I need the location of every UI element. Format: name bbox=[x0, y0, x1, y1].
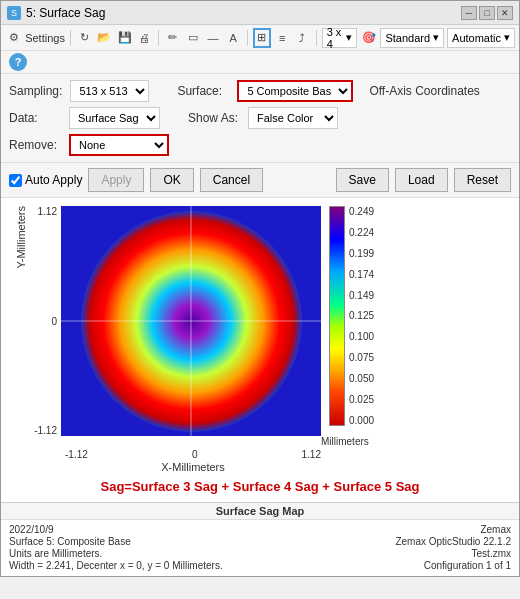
automatic-dropdown[interactable]: Automatic ▾ bbox=[447, 28, 515, 48]
settings-label: Settings bbox=[25, 32, 65, 44]
chevron-down-icon: ▾ bbox=[346, 31, 352, 44]
footer-left: 2022/10/9 Surface 5: Composite Base Unit… bbox=[9, 524, 223, 572]
pen-button[interactable]: ✏ bbox=[164, 28, 181, 48]
footer-body: 2022/10/9 Surface 5: Composite Base Unit… bbox=[1, 520, 519, 576]
help-button[interactable]: ? bbox=[9, 53, 27, 71]
colorbar-wrapper: 0.249 0.224 0.199 0.174 0.149 0.125 0.10… bbox=[329, 206, 374, 426]
footer-units: Units are Millimeters. bbox=[9, 548, 223, 559]
rect-icon: ▭ bbox=[188, 31, 198, 44]
grid-size-dropdown[interactable]: 3 x 4 ▾ bbox=[322, 28, 358, 48]
y-tick-mid: 0 bbox=[29, 316, 57, 327]
target-button[interactable]: 🎯 bbox=[360, 28, 377, 48]
cb-tick-4: 0.149 bbox=[349, 290, 374, 301]
off-axis-label: Off-Axis Coordinates bbox=[369, 84, 480, 98]
chevron-down-icon-3: ▾ bbox=[504, 31, 510, 44]
colorbar-ticks: 0.249 0.224 0.199 0.174 0.149 0.125 0.10… bbox=[349, 206, 374, 426]
open-icon: 📂 bbox=[97, 31, 111, 44]
maximize-button[interactable]: □ bbox=[479, 6, 495, 20]
colorbar-unit-row: Millimeters bbox=[29, 436, 374, 447]
toolbar-sep-1 bbox=[70, 30, 71, 46]
footer-software: Zemax bbox=[395, 524, 511, 535]
settings-button[interactable]: ⚙ bbox=[5, 28, 22, 48]
ok-button[interactable]: OK bbox=[150, 168, 193, 192]
cb-tick-8: 0.050 bbox=[349, 373, 374, 384]
footer-date: 2022/10/9 bbox=[9, 524, 223, 535]
footer-title: Surface Sag Map bbox=[1, 503, 519, 520]
minimize-button[interactable]: ─ bbox=[461, 6, 477, 20]
cb-tick-10: 0.000 bbox=[349, 415, 374, 426]
footer-right: Zemax Zemax OpticStudio 22.1.2 Test.zmx … bbox=[395, 524, 511, 572]
auto-apply-label[interactable]: Auto Apply bbox=[25, 173, 82, 187]
export-button[interactable]: ⤴ bbox=[294, 28, 311, 48]
window-icon: S bbox=[7, 6, 21, 20]
chevron-down-icon-2: ▾ bbox=[433, 31, 439, 44]
apply-button[interactable]: Apply bbox=[88, 168, 144, 192]
sag-chart-canvas bbox=[61, 206, 321, 436]
x-tick-right: 1.12 bbox=[302, 449, 321, 460]
chart-wrapper: Y-Millimeters 1.12 0 -1.12 bbox=[9, 206, 511, 473]
x-tick-left: -1.12 bbox=[65, 449, 88, 460]
cb-tick-5: 0.125 bbox=[349, 310, 374, 321]
cb-tick-6: 0.100 bbox=[349, 331, 374, 342]
save-button[interactable]: Save bbox=[336, 168, 389, 192]
x-tick-labels: -1.12 0 1.12 bbox=[29, 449, 321, 460]
save-toolbar-button[interactable]: 💾 bbox=[116, 28, 133, 48]
info-footer: Surface Sag Map 2022/10/9 Surface 5: Com… bbox=[1, 502, 519, 576]
settings-panel: Sampling: 513 x 513 Surface: 5 Composite… bbox=[1, 74, 519, 163]
text-button[interactable]: A bbox=[225, 28, 242, 48]
print-button[interactable]: 🖨 bbox=[136, 28, 153, 48]
refresh-button[interactable]: ↻ bbox=[76, 28, 93, 48]
data-select[interactable]: Surface Sag bbox=[69, 107, 160, 129]
auto-apply-checkbox[interactable] bbox=[9, 174, 22, 187]
y-tick-labels: 1.12 0 -1.12 bbox=[29, 206, 61, 436]
x-axis-label: X-Millimeters bbox=[29, 461, 321, 473]
colorbar-gradient bbox=[329, 206, 345, 426]
line-icon: — bbox=[207, 32, 218, 44]
data-label: Data: bbox=[9, 111, 61, 125]
footer-config: Configuration 1 of 1 bbox=[395, 560, 511, 571]
grid-button[interactable]: ⊞ bbox=[253, 28, 271, 48]
rect-button[interactable]: ▭ bbox=[184, 28, 201, 48]
cb-tick-0: 0.249 bbox=[349, 206, 374, 217]
pen-icon: ✏ bbox=[168, 31, 177, 44]
target-icon: 🎯 bbox=[362, 31, 376, 44]
chart-with-yticks: 1.12 0 -1.12 bbox=[29, 206, 321, 436]
y-tick-top: 1.12 bbox=[29, 206, 57, 217]
toolbar-sep-4 bbox=[316, 30, 317, 46]
list-button[interactable]: ≡ bbox=[274, 28, 291, 48]
remove-select[interactable]: None bbox=[69, 134, 169, 156]
remove-label: Remove: bbox=[9, 138, 61, 152]
print-icon: 🖨 bbox=[139, 32, 150, 44]
close-button[interactable]: ✕ bbox=[497, 6, 513, 20]
cb-tick-7: 0.075 bbox=[349, 352, 374, 363]
x-tick-mid: 0 bbox=[192, 449, 198, 460]
surface-select[interactable]: 5 Composite Bas bbox=[237, 80, 353, 102]
y-axis-label: Y-Millimeters bbox=[9, 206, 29, 269]
save-icon: 💾 bbox=[118, 31, 132, 44]
chart-column: 1.12 0 -1.12 0.249 0.224 0.199 bbox=[29, 206, 374, 473]
data-row: Data: Surface Sag Show As: False Color bbox=[9, 107, 511, 129]
auto-apply-checkbox-group: Auto Apply bbox=[9, 173, 82, 187]
footer-surface: Surface 5: Composite Base bbox=[9, 536, 223, 547]
cb-tick-1: 0.224 bbox=[349, 227, 374, 238]
toolbar-sep-3 bbox=[247, 30, 248, 46]
sampling-label: Sampling: bbox=[9, 84, 62, 98]
line-button[interactable]: — bbox=[204, 28, 221, 48]
colorbar-unit-label: Millimeters bbox=[321, 436, 369, 447]
main-window: S 5: Surface Sag ─ □ ✕ ⚙ Settings ↻ 📂 💾 … bbox=[0, 0, 520, 577]
window-title: 5: Surface Sag bbox=[26, 6, 105, 20]
standard-dropdown[interactable]: Standard ▾ bbox=[380, 28, 444, 48]
export-icon: ⤴ bbox=[299, 32, 305, 44]
sampling-row: Sampling: 513 x 513 Surface: 5 Composite… bbox=[9, 80, 511, 102]
show-as-select[interactable]: False Color bbox=[248, 107, 338, 129]
title-bar-left: S 5: Surface Sag bbox=[7, 6, 105, 20]
sampling-select[interactable]: 513 x 513 bbox=[70, 80, 149, 102]
footer-file: Test.zmx bbox=[395, 548, 511, 559]
open-button[interactable]: 📂 bbox=[96, 28, 113, 48]
settings-icon: ⚙ bbox=[9, 31, 19, 44]
action-buttons-row: Auto Apply Apply OK Cancel Save Load Res… bbox=[1, 163, 519, 198]
text-icon: A bbox=[229, 32, 236, 44]
load-button[interactable]: Load bbox=[395, 168, 448, 192]
reset-button[interactable]: Reset bbox=[454, 168, 511, 192]
cancel-button[interactable]: Cancel bbox=[200, 168, 263, 192]
